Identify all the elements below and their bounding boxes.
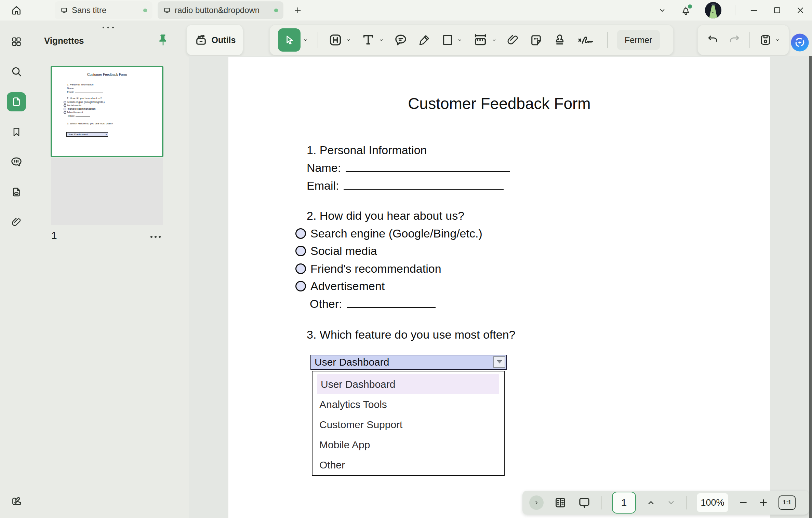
measure-tool[interactable] bbox=[472, 32, 497, 48]
unsaved-dot bbox=[274, 9, 278, 12]
rail-item-attachments[interactable] bbox=[7, 213, 26, 232]
panel-title: Vignettes bbox=[44, 36, 84, 46]
pin-panel-button[interactable] bbox=[156, 33, 171, 51]
comment-bubble-icon bbox=[393, 32, 408, 47]
tools-button[interactable]: Outils bbox=[186, 25, 243, 55]
toolbar-divider bbox=[749, 32, 750, 48]
dropdown-triangle-icon bbox=[496, 359, 503, 365]
zoom-level-value: 100% bbox=[701, 497, 724, 508]
chevron-down-icon bbox=[491, 37, 497, 43]
page-number-value: 1 bbox=[621, 497, 627, 508]
vertical-scrollbar[interactable] bbox=[809, 56, 812, 518]
plus-icon bbox=[758, 497, 769, 508]
rail-item-pages[interactable] bbox=[7, 182, 26, 202]
pen-tool[interactable] bbox=[417, 33, 431, 47]
comments-icon bbox=[10, 155, 23, 168]
minimize-button[interactable] bbox=[749, 5, 759, 15]
rail-item-design[interactable] bbox=[7, 491, 26, 510]
radio-social-media[interactable] bbox=[295, 246, 306, 256]
radio-friends-recommendation[interactable] bbox=[295, 263, 306, 274]
chevron-down-icon bbox=[346, 37, 351, 43]
redo-button[interactable] bbox=[728, 33, 741, 46]
stamp-tool[interactable] bbox=[553, 33, 567, 47]
actual-size-button[interactable]: 1:1 bbox=[778, 495, 796, 510]
rail-item-comments[interactable] bbox=[7, 152, 26, 172]
select-tool[interactable] bbox=[278, 28, 308, 52]
dropdown-option[interactable]: Analytics Tools bbox=[312, 394, 504, 414]
text-tool[interactable] bbox=[360, 32, 384, 48]
radio-advertisement[interactable] bbox=[295, 281, 306, 291]
rail-item-search[interactable] bbox=[7, 62, 26, 81]
feature-dropdown-arrow-button[interactable] bbox=[493, 356, 505, 368]
feature-dropdown-value: User Dashboard bbox=[311, 356, 389, 368]
reading-view-button[interactable] bbox=[554, 496, 567, 509]
zoom-level-button[interactable]: 100% bbox=[697, 493, 728, 512]
rail-item-thumbnails[interactable] bbox=[7, 92, 26, 111]
pen-icon bbox=[417, 33, 431, 47]
panel-drag-handle[interactable] bbox=[103, 27, 114, 28]
maximize-icon bbox=[772, 5, 782, 15]
thumbnail-more-button[interactable] bbox=[150, 236, 161, 238]
save-button[interactable] bbox=[759, 33, 780, 47]
rail-item-apps[interactable] bbox=[7, 32, 26, 51]
document-title: Customer Feedback Form bbox=[228, 94, 770, 113]
maximize-button[interactable] bbox=[772, 5, 782, 15]
pin-icon bbox=[156, 33, 170, 50]
tab-label: Sans titre bbox=[72, 5, 106, 15]
close-annotation-button[interactable]: Fermer bbox=[617, 30, 660, 50]
chevron-right-icon bbox=[533, 499, 540, 506]
next-page-button[interactable] bbox=[666, 497, 676, 508]
shape-tool[interactable] bbox=[440, 33, 463, 47]
signature-icon bbox=[576, 32, 598, 47]
chevron-down-icon bbox=[457, 37, 463, 43]
notifications-button[interactable] bbox=[680, 5, 691, 16]
tab-sans-titre[interactable]: Sans titre bbox=[55, 1, 152, 19]
rail-item-bookmarks[interactable] bbox=[7, 122, 26, 141]
unsaved-dot bbox=[143, 9, 147, 12]
presenter-button[interactable] bbox=[577, 495, 591, 510]
comment-tool[interactable] bbox=[393, 32, 408, 47]
page-number-input[interactable]: 1 bbox=[612, 492, 636, 514]
rectangle-icon bbox=[440, 33, 455, 47]
tabs-overflow-button[interactable] bbox=[658, 6, 667, 15]
feature-dropdown-list: User Dashboard Analytics Tools Customer … bbox=[312, 371, 505, 476]
notification-dot bbox=[688, 4, 692, 9]
document-viewport: Customer Feedback Form 1. Personal Infor… bbox=[189, 56, 812, 518]
page-thumbnail[interactable]: Customer Feedback Form 1. Personal Infor… bbox=[51, 66, 163, 157]
home-button[interactable] bbox=[9, 3, 24, 18]
sticker-icon bbox=[529, 33, 543, 47]
dropdown-option-selected[interactable]: User Dashboard bbox=[317, 374, 499, 394]
radio-search-engine[interactable] bbox=[295, 228, 306, 239]
tab-radio-button-dropdown[interactable]: radio button&dropdown bbox=[158, 1, 283, 19]
new-tab-button[interactable] bbox=[291, 3, 305, 17]
undo-button[interactable] bbox=[706, 33, 719, 46]
dropdown-option[interactable]: Mobile App bbox=[312, 435, 504, 455]
titlebar: Sans titre radio button&dropdown bbox=[0, 0, 812, 21]
q1-name-row: Name: bbox=[307, 161, 510, 175]
paperclip-icon bbox=[11, 216, 22, 228]
avatar[interactable] bbox=[705, 2, 721, 18]
ai-assistant-button[interactable] bbox=[790, 33, 809, 52]
previous-page-button[interactable] bbox=[646, 497, 656, 508]
expand-statusbar-button[interactable] bbox=[529, 495, 544, 510]
dropdown-option[interactable]: Customer Support bbox=[312, 414, 504, 435]
history-save-toolbar bbox=[697, 25, 789, 55]
app-window: Sans titre radio button&dropdown bbox=[0, 0, 812, 518]
signature-tool[interactable] bbox=[576, 32, 598, 47]
close-button[interactable] bbox=[796, 5, 805, 15]
heading-icon bbox=[328, 32, 343, 48]
heading-tool[interactable] bbox=[328, 32, 351, 48]
thumbnail-placeholder bbox=[51, 158, 163, 225]
minimize-icon bbox=[749, 5, 759, 15]
undo-icon bbox=[706, 33, 719, 46]
chevron-down-icon bbox=[378, 37, 384, 43]
dropdown-option[interactable]: Other bbox=[312, 455, 504, 475]
feature-dropdown[interactable]: User Dashboard bbox=[310, 355, 507, 370]
sticker-tool[interactable] bbox=[529, 33, 543, 47]
status-bar: 1 100% 1:1 bbox=[522, 491, 809, 515]
zoom-in-button[interactable] bbox=[758, 497, 769, 508]
zoom-out-button[interactable] bbox=[738, 497, 748, 508]
thumbnails-panel: Vignettes Customer Feedback Form 1. Pers… bbox=[32, 21, 189, 518]
document-tab-icon bbox=[60, 6, 68, 14]
attach-tool[interactable] bbox=[506, 33, 520, 47]
